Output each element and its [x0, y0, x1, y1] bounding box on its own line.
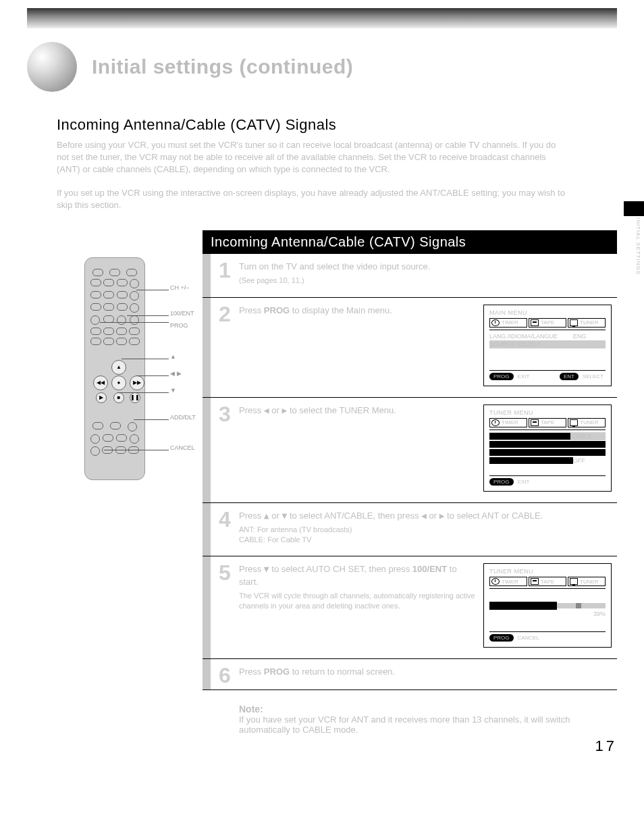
mm-tab: TAPE — [541, 579, 554, 585]
remote-label-down: ▼ — [170, 387, 176, 394]
step-row-4: 4 Press ▲ or ▼ to select ANT/CABLE, then… — [203, 503, 617, 557]
step-text-c: to select ANT/CABLE, then press — [287, 511, 421, 521]
mm-pill-label: EXIT — [516, 478, 532, 486]
step-text-b: to display the Main menu. — [290, 305, 392, 315]
cassette-icon — [531, 578, 539, 585]
remote-illustration: ▲ ◀◀ ● ▶▶ ▶ ■ ❚❚ CH +/– — [74, 257, 155, 480]
intro-paragraph-1: Before using your VCR, you must set the … — [57, 139, 570, 176]
remote-label-ent: 100/ENT — [170, 310, 194, 317]
step-text-c: to select the TUNER Menu. — [287, 405, 396, 415]
remote-label-cancel: CANCEL — [170, 444, 195, 451]
step-key: ▼ — [264, 564, 269, 574]
mm-tab: TAPE — [541, 419, 554, 425]
mm-pill: PROG — [489, 373, 514, 380]
step-row-5: 5 Press ▼ to select AUTO CH SET, then pr… — [203, 556, 617, 659]
step-text-b: to return to normal screen. — [290, 667, 395, 677]
step-text-a: Press — [239, 511, 264, 521]
step-key: ▲ — [264, 511, 269, 521]
mm-pill-label: CANCEL — [516, 634, 541, 642]
remote-label-up: ▲ — [170, 353, 176, 360]
step-text-b: or — [269, 511, 282, 521]
step-text-d: or — [427, 511, 439, 521]
step-num: 4 — [211, 503, 239, 556]
step-text-a: Press — [239, 305, 264, 315]
cassette-icon — [531, 319, 539, 326]
mm-title: TUNER MENU — [489, 409, 606, 416]
mm-row: AUTO REPEAT — [489, 457, 573, 464]
mm-row-val: CABLE — [570, 433, 606, 440]
step-text-b: or — [269, 405, 282, 415]
header-gradient — [27, 8, 617, 28]
clock-icon — [491, 419, 500, 426]
side-tab-marker — [624, 201, 644, 216]
screen-autoch: TUNER MENU TIMER TAPE TUNER AUTO CH SET — [483, 563, 612, 648]
tv-icon — [570, 419, 578, 426]
remote-label-prog: PROG — [170, 322, 188, 329]
step-sub: ANT: For antenna (TV broadcasts) CABLE: … — [239, 525, 612, 546]
clock-icon — [491, 319, 500, 326]
mm-row-val: OFF — [573, 457, 606, 464]
mm-autoch-label: AUTO CH SET — [489, 602, 557, 610]
mm-tab: TUNER — [580, 419, 599, 425]
mm-pill-label: EXIT — [516, 373, 532, 380]
page-number: 17 — [595, 737, 617, 755]
mm-tab: TUNER — [580, 319, 599, 325]
sphere-decor — [27, 42, 77, 92]
step-text-a: Press — [239, 667, 264, 677]
mm-tab: TUNER — [580, 579, 599, 585]
step-row-1: 1 Turn on the TV and select the video in… — [203, 254, 617, 298]
screen-tuner-menu: TUNER MENU TIMER TAPE TUNER ANT/CABLECAB… — [483, 405, 612, 492]
step-sub: The VCR will cycle through all channels,… — [239, 591, 475, 612]
step-text-e: to select ANT or CABLE. — [444, 511, 543, 521]
mm-title: MAIN MENU — [489, 309, 606, 316]
step-row-2: 2 Press PROG to display the Main menu. M… — [203, 298, 617, 398]
tv-icon — [570, 578, 578, 585]
screen-main-menu: MAIN MENU TIMER TAPE TUNER LANG./IDIOMA/… — [483, 305, 612, 386]
mm-pill: PROG — [489, 478, 514, 486]
mm-row: ANT/CABLE — [489, 433, 570, 440]
mm-pill: PROG — [489, 634, 514, 642]
remote-label-ch: CH +/– — [170, 284, 189, 291]
step-text-b: to select AUTO CH SET, then press — [269, 564, 412, 574]
cassette-icon — [531, 419, 539, 426]
mm-row-val: ENG — [573, 333, 606, 340]
note-text: If you have set your VCR for ANT and it … — [239, 714, 617, 735]
step-row-6: 6 Press PROG to return to normal screen. — [203, 659, 617, 689]
mm-tab: TIMER — [502, 579, 518, 585]
step-key: ◀ — [421, 511, 427, 521]
remote-label-add: ADD/DLT — [170, 414, 196, 421]
step-key: PROG — [264, 305, 290, 315]
side-tab-label: INITIAL SETTINGS — [629, 217, 641, 275]
mm-pill-label: SELECT — [581, 373, 606, 380]
mm-pill: ENT — [560, 373, 579, 380]
mm-tab: TIMER — [502, 319, 518, 325]
step-num: 6 — [211, 659, 239, 689]
clock-icon — [491, 578, 500, 585]
step-key: 100/ENT — [412, 564, 447, 574]
intro-paragraph-2: If you set up the VCR using the interact… — [57, 187, 570, 211]
mm-row: AUTO CH SET — [489, 449, 606, 456]
note-title: Note: — [239, 704, 617, 714]
step-row-3: 3 Press ◀ or ▶ to select the TUNER Menu.… — [203, 398, 617, 503]
step-sub: (See pages 10, 11.) — [239, 276, 612, 286]
section-heading: Incoming Antenna/Cable (CATV) Signals — [57, 116, 617, 134]
tv-icon — [570, 319, 578, 326]
mm-row: SOURCE SELECT — [489, 341, 606, 348]
remote-label-lr: ◀ ▶ — [170, 370, 182, 377]
mm-row: LANG./IDIOMA/LANGUE — [489, 333, 573, 340]
step-key: ◀ — [264, 405, 269, 415]
page-title: Initial settings (continued) — [92, 55, 353, 78]
mm-tab: TIMER — [502, 419, 518, 425]
step-text: Turn on the TV and select the video inpu… — [239, 261, 430, 271]
mm-row: CH ADD/DLT — [489, 441, 606, 448]
steps-header: Incoming Antenna/Cable (CATV) Signals — [203, 230, 617, 254]
step-text-a: Press — [239, 564, 264, 574]
step-key: PROG — [264, 667, 290, 677]
mm-tab: TAPE — [541, 319, 554, 325]
step-text-a: Press — [239, 405, 264, 415]
step-num: 5 — [211, 556, 239, 658]
mm-autoch-pct: 39% — [593, 610, 606, 617]
mm-title: TUNER MENU — [489, 568, 606, 575]
note-block: Note: If you have set your VCR for ANT a… — [239, 704, 617, 735]
